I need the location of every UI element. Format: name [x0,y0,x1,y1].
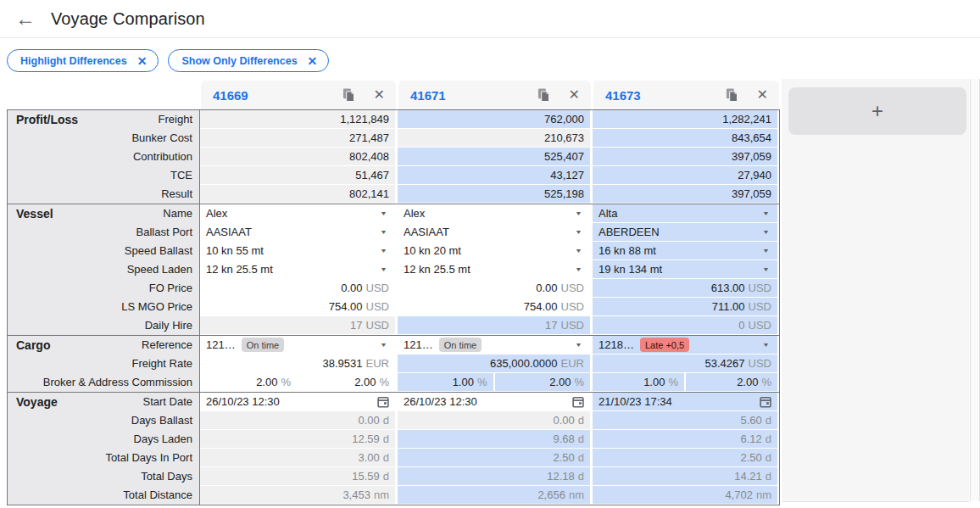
cell-value: 843,654 [732,131,771,144]
commission-input-cell[interactable]: 2.00% [297,373,395,391]
voyage-id-label: 41671 [410,88,519,103]
voyage-column-41671: Alex▼AASIAAT▼10 kn 20 mt▼12 kn 25.5 mt▼0… [395,204,590,335]
vertical-scrollbar[interactable] [970,79,980,501]
calendar-icon [572,396,584,408]
cell-value: 12.59 [352,433,380,445]
commission-split-cell: 2.00%2.00% [200,373,395,392]
select-cell[interactable]: 121…On time▼ [200,336,395,354]
chevron-down-icon: ▼ [575,266,584,273]
table-cell: 2.50d [398,449,590,467]
row-label: Days Laden [8,430,199,449]
table-cell: 5.60d [593,411,777,430]
voyage-id-label: 41673 [605,88,707,103]
copy-voyage-button[interactable] [537,88,550,102]
number-input-cell[interactable]: 38.9531EUR [200,354,395,373]
voyage-column-header-41671: 41671✕ [396,81,591,109]
section-vessel: VesselNameBallast PortSpeed BallastSpeed… [8,204,779,335]
copy-voyage-button[interactable] [342,88,355,102]
commission-input-cell[interactable]: 2.00% [684,373,777,391]
number-input-cell[interactable]: 0.00USD [200,279,395,298]
close-voyage-button[interactable]: ✕ [374,88,385,102]
cell-value: 0.00 [553,414,574,427]
cell-value: 51,467 [355,169,389,181]
cell-value: 14.21 [734,470,762,483]
cell-value: 26/10/23 12:30 [206,395,280,408]
select-cell[interactable]: 121…On time▼ [398,336,590,354]
cell-value: 43,127 [550,169,584,181]
copy-voyage-button[interactable] [726,88,738,102]
row-label: Contribution [8,148,199,166]
add-voyage-panel [782,79,969,502]
cell-value: 1.00 [643,376,665,388]
table-cell: 397,059 [593,185,777,204]
cell-value: 53.4267 [705,357,745,370]
chip-highlight-differences[interactable]: Highlight Differences ✕ [7,49,159,72]
add-voyage-button[interactable]: + [788,87,966,135]
select-cell[interactable]: Alta▼ [593,204,777,223]
row-label: Days Ballast [8,411,199,430]
select-cell[interactable]: AASIAAT▼ [398,223,590,242]
table-cell: 1,121,849 [200,110,395,129]
cell-unit: d [383,470,389,483]
number-input-cell[interactable]: 53.4267USD [593,354,777,373]
comparison-table: 41669✕41671✕41673✕ Profit/LossFreightBun… [7,81,780,505]
number-input-cell[interactable]: 754.00USD [398,298,590,316]
chip-show-only-differences[interactable]: Show Only Differences ✕ [168,49,329,72]
close-icon[interactable]: ✕ [308,55,318,67]
select-cell[interactable]: 12 kn 25.5 mt▼ [398,260,590,279]
select-cell[interactable]: AASIAAT▼ [200,223,395,242]
select-cell[interactable]: Alex▼ [200,204,395,223]
calendar-icon-wrap[interactable] [377,396,389,408]
select-cell[interactable]: Alex▼ [398,204,590,223]
select-cell[interactable]: 10 kn 55 mt▼ [200,242,395,260]
select-cell[interactable]: 1218…Late +0,5▼ [593,336,777,354]
table-header-spacer [8,81,201,109]
table-cell: 15.59d [200,467,395,486]
voyage-column-41673: Alta▼ABERDEEN▼16 kn 88 mt▼19 kn 134 mt▼6… [590,204,777,335]
row-label: Total Days In Port [8,449,199,467]
calendar-icon-wrap[interactable] [760,396,771,408]
cell-value: 2.00 [256,376,277,388]
number-input-cell[interactable]: 613.00USD [593,279,777,298]
cell-unit: % [574,376,584,388]
cell-unit: USD [561,300,584,313]
calendar-icon-wrap[interactable] [572,396,584,408]
date-input-cell[interactable]: 26/10/23 12:30 [200,393,395,411]
number-input-cell[interactable]: 635,000.0000EUR [398,354,590,373]
cell-value: 12 kn 25.5 mt [404,263,471,276]
close-icon[interactable]: ✕ [137,55,148,67]
commission-input-cell[interactable]: 1.00% [398,373,493,391]
commission-input-cell[interactable]: 2.00% [493,373,591,391]
select-cell[interactable]: 19 kn 134 mt▼ [593,260,777,279]
table-cell: 0.00d [200,411,395,430]
select-cell[interactable]: ABERDEEN▼ [593,223,777,242]
commission-split-cell: 1.00%2.00% [398,373,590,392]
select-cell[interactable]: 16 kn 88 mt▼ [593,242,777,260]
cell-value: 27,940 [738,169,771,181]
cell-value: 10 kn 20 mt [404,244,461,257]
number-input-cell[interactable]: 711.00USD [593,298,777,316]
voyage-column-41671: 762,000210,673525,40743,127525,198 [395,110,590,204]
row-label: Ballast Port [8,223,199,242]
date-input-cell[interactable]: 21/10/23 17:34 [593,393,777,411]
number-input-cell[interactable]: 754.00USD [200,298,395,316]
close-voyage-button[interactable]: ✕ [569,88,580,102]
row-label: Freight Rate [8,354,199,373]
cell-unit: nm [569,488,584,501]
section-name: Cargo [16,338,50,352]
close-voyage-button[interactable]: ✕ [757,88,768,102]
back-arrow-icon[interactable]: ← [15,8,36,29]
chevron-down-icon: ▼ [762,229,771,236]
select-cell[interactable]: 12 kn 25.5 mt▼ [200,260,395,279]
voyage-column-header-41669: 41669✕ [201,81,396,109]
voyage-column-41671: 26/10/23 12:300.00d9.68d2.50d12.18d2,656… [395,393,590,505]
select-cell[interactable]: 10 kn 20 mt▼ [398,242,590,260]
row-label: Total Distance [8,486,199,505]
cell-unit: % [761,376,771,388]
number-input-cell[interactable]: 0.00USD [398,279,590,298]
cell-value: 5.60 [740,414,761,427]
date-input-cell[interactable]: 26/10/23 12:30 [398,393,590,411]
commission-input-cell[interactable]: 1.00% [593,373,684,391]
commission-input-cell[interactable]: 2.00% [200,373,297,391]
table-cell: 6.12d [593,430,777,449]
